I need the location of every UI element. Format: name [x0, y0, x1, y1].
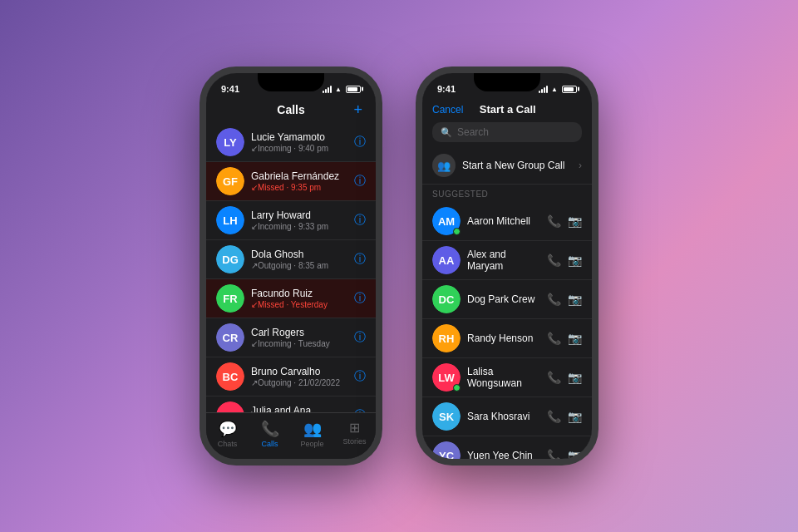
- avatar-wrapper: LY: [216, 128, 244, 156]
- contact-actions: 📞 📷: [547, 332, 582, 345]
- contact-name: Aaron Mitchell: [467, 215, 540, 227]
- calls-icon: 📞: [261, 420, 279, 438]
- audio-call-button[interactable]: 📞: [547, 332, 561, 345]
- cancel-button[interactable]: Cancel: [432, 104, 463, 116]
- tab-chats[interactable]: 💬 Chats: [206, 420, 249, 448]
- audio-call-button[interactable]: 📞: [547, 254, 561, 267]
- tab-people-label: People: [300, 440, 323, 448]
- start-call-screen: 9:41 ▲ Cancel Start a Call 🔍: [422, 73, 592, 459]
- call-info: Carl Rogers ↙Incoming · Tuesday: [251, 327, 347, 348]
- contact-name: Yuen Yee Chin: [467, 450, 540, 459]
- contact-item-2[interactable]: AA Alex and Maryam 📞 📷: [422, 241, 592, 280]
- avatar: YC: [432, 441, 461, 459]
- chats-icon: 💬: [219, 420, 237, 438]
- call-item-3[interactable]: LH Larry Howard ↙Incoming · 9:33 pm ⓘ: [206, 201, 376, 240]
- contact-actions: 📞 📷: [547, 410, 582, 423]
- contact-name: Alex and Maryam: [467, 249, 540, 272]
- audio-call-button[interactable]: 📞: [547, 410, 561, 423]
- tab-people[interactable]: 👥 People: [291, 420, 333, 448]
- contact-item-6[interactable]: SK Sara Khosravi 📞 📷: [422, 397, 592, 436]
- avatar-wrapper: GF: [216, 167, 244, 195]
- avatar-wrapper: FR: [216, 284, 244, 313]
- video-call-button[interactable]: 📷: [568, 293, 582, 306]
- call-status: ↙Incoming · 9:40 pm: [251, 144, 328, 153]
- call-info-icon[interactable]: ⓘ: [354, 213, 366, 228]
- call-detail: ↗Outgoing · 21/02/2022: [251, 378, 347, 387]
- online-indicator: [453, 228, 461, 235]
- audio-call-button[interactable]: 📞: [547, 371, 561, 384]
- call-status: ↗Outgoing · 21/02/2022: [251, 378, 340, 387]
- call-name: Larry Howard: [251, 209, 347, 221]
- avatar-wrapper: SK: [432, 402, 461, 431]
- call-info-icon[interactable]: ⓘ: [354, 135, 366, 150]
- call-name: Dola Ghosh: [251, 249, 347, 260]
- call-name: Lucie Yamamoto: [251, 131, 347, 143]
- call-item-7[interactable]: BC Bruno Carvalho ↗Outgoing · 21/02/2022…: [206, 357, 376, 397]
- video-call-button[interactable]: 📷: [568, 371, 582, 384]
- avatar: JA: [216, 401, 244, 412]
- wifi-icon: ▲: [335, 86, 342, 93]
- call-item-5[interactable]: FR Facundo Ruiz ↙Missed · Yesterday ⓘ: [206, 279, 376, 318]
- audio-call-button[interactable]: 📞: [547, 214, 561, 228]
- contact-item-7[interactable]: YC Yuen Yee Chin 📞 📷: [422, 436, 592, 459]
- notch-2: [474, 73, 540, 91]
- video-call-button[interactable]: 📷: [568, 449, 582, 459]
- contact-actions: 📞 📷: [547, 371, 582, 384]
- status-time-2: 9:41: [437, 84, 456, 94]
- avatar: BC: [216, 362, 244, 391]
- avatar-wrapper: DG: [216, 245, 244, 273]
- call-name: Carl Rogers: [251, 327, 347, 338]
- search-input[interactable]: Search: [457, 126, 489, 138]
- people-icon: 👥: [303, 420, 322, 438]
- contact-actions: 📞 📷: [547, 214, 582, 228]
- search-icon: 🔍: [441, 127, 452, 138]
- audio-call-button[interactable]: 📞: [547, 293, 561, 306]
- contact-item-3[interactable]: DC Dog Park Crew 📞 📷: [422, 280, 592, 319]
- call-info: Larry Howard ↙Incoming · 9:33 pm: [251, 209, 347, 231]
- tab-calls-label: Calls: [261, 440, 278, 448]
- search-bar[interactable]: 🔍 Search: [432, 122, 582, 142]
- avatar-wrapper: RH: [432, 324, 461, 352]
- call-info-icon[interactable]: ⓘ: [354, 252, 366, 267]
- contact-item-5[interactable]: LW Lalisa Wongsuwan 📞 📷: [422, 358, 592, 397]
- contact-actions: 📞 📷: [547, 449, 582, 459]
- call-detail: ↙Missed · Yesterday: [251, 300, 347, 309]
- call-info: Dola Ghosh ↗Outgoing · 8:35 am: [251, 249, 347, 270]
- calls-header: Calls +: [206, 100, 376, 123]
- call-item-4[interactable]: DG Dola Ghosh ↗Outgoing · 8:35 am ⓘ: [206, 240, 376, 279]
- avatar-wrapper: BC: [216, 362, 244, 391]
- audio-call-button[interactable]: 📞: [547, 449, 561, 459]
- tab-calls[interactable]: 📞 Calls: [249, 420, 291, 448]
- signal-icon-2: [539, 86, 548, 93]
- avatar: FR: [216, 284, 244, 313]
- call-item-8[interactable]: JA Julia and Ana ↗Outgoing · Friday ⓘ: [206, 397, 376, 412]
- calls-title: Calls: [277, 103, 304, 116]
- call-item-6[interactable]: CR Carl Rogers ↙Incoming · Tuesday ⓘ: [206, 318, 376, 357]
- call-item-1[interactable]: LY Lucie Yamamoto ↙Incoming · 9:40 pm ⓘ: [206, 123, 376, 162]
- call-name: Gabriela Fernández: [251, 170, 347, 182]
- group-call-row[interactable]: 👥 Start a New Group Call ›: [422, 147, 592, 185]
- avatar-wrapper: AA: [432, 246, 461, 274]
- call-info-icon[interactable]: ⓘ: [354, 291, 366, 306]
- contact-item-1[interactable]: AM Aaron Mitchell 📞 📷: [422, 202, 592, 241]
- contact-item-4[interactable]: RH Randy Henson 📞 📷: [422, 319, 592, 358]
- group-call-label: Start a New Group Call: [462, 160, 579, 171]
- video-call-button[interactable]: 📷: [568, 410, 582, 423]
- video-call-button[interactable]: 📷: [568, 214, 582, 228]
- avatar: DC: [432, 285, 461, 313]
- call-item-2[interactable]: GF Gabriela Fernández ↙Missed · 9:35 pm …: [206, 162, 376, 201]
- tab-bar: 💬 Chats 📞 Calls 👥 People ⊞ Stories: [206, 412, 376, 459]
- avatar-wrapper: LW: [432, 363, 461, 392]
- video-call-button[interactable]: 📷: [568, 254, 582, 267]
- status-time: 9:41: [221, 84, 239, 94]
- video-call-button[interactable]: 📷: [568, 332, 582, 345]
- add-call-button[interactable]: +: [353, 101, 362, 119]
- call-status: ↙Missed · 9:35 pm: [251, 183, 321, 192]
- phone-2: 9:41 ▲ Cancel Start a Call 🔍: [416, 66, 598, 466]
- notch: [258, 73, 324, 91]
- call-info-icon[interactable]: ⓘ: [354, 330, 366, 345]
- tab-stories[interactable]: ⊞ Stories: [333, 420, 376, 446]
- call-info-icon[interactable]: ⓘ: [354, 369, 366, 384]
- status-icons: ▲: [323, 86, 361, 93]
- call-info-icon[interactable]: ⓘ: [354, 174, 366, 189]
